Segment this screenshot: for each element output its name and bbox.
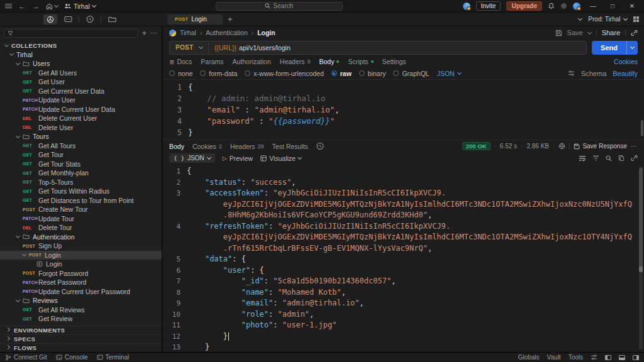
forward-button[interactable]: → [32, 3, 40, 10]
open-request-tab[interactable]: POST Login [167, 14, 223, 25]
response-tab-headers[interactable]: Headers29 [230, 143, 264, 150]
response-time[interactable]: 6.52 s [500, 143, 517, 150]
editor-scrollbar[interactable] [641, 120, 643, 136]
schema-button[interactable]: Schema [581, 70, 606, 77]
history-icon[interactable] [83, 14, 97, 25]
response-tab-cookies[interactable]: Cookies2 [192, 143, 222, 150]
tools-button[interactable]: Tools [569, 354, 583, 361]
tree-item[interactable]: GETGet Review [0, 314, 162, 324]
share-button[interactable]: Share [602, 29, 620, 36]
environment-quick-look-icon[interactable] [633, 16, 640, 23]
sidebar-section-specs[interactable]: SPECS [0, 334, 162, 343]
tree-item[interactable]: GETGet Tours Within Radius [0, 187, 162, 196]
tree-item[interactable]: Users [0, 59, 162, 69]
vault-button[interactable]: Vault [547, 354, 561, 361]
tree-item[interactable]: PATCHUpdate Tour [0, 214, 162, 224]
user-avatar[interactable] [573, 3, 580, 10]
copy-icon[interactable] [618, 155, 625, 162]
body-mode-x-www-form-urlencoded[interactable]: x-www-form-urlencoded [245, 70, 323, 77]
env-collapse-chevron-icon[interactable] [578, 16, 582, 21]
global-search[interactable]: Search [216, 2, 343, 11]
tree-item[interactable]: POSTLogin [0, 251, 162, 260]
request-tab-settings[interactable]: Settings [382, 58, 406, 65]
tree-item[interactable]: Authentication [0, 233, 162, 242]
filter-lines-icon[interactable] [592, 155, 599, 161]
globals-button[interactable]: Globals [518, 354, 540, 361]
tree-item[interactable]: GETGet Tour Stats [0, 160, 162, 169]
search-response-icon[interactable] [606, 155, 612, 162]
tree-item[interactable]: Tours [0, 132, 162, 141]
back-button[interactable]: ← [18, 3, 26, 10]
tree-item[interactable]: PATCHUpdate User [0, 96, 162, 105]
body-mode-none[interactable]: none [169, 70, 192, 77]
raw-language-selector[interactable]: JSON [437, 70, 461, 77]
terminal-button[interactable]: Terminal [97, 354, 130, 361]
response-tab-body[interactable]: Body [169, 143, 184, 150]
tree-item[interactable]: DELDelete Tour [0, 223, 162, 233]
add-collection-button[interactable]: + [142, 29, 147, 37]
collection-filter-input[interactable] [4, 29, 138, 38]
environment-selector[interactable]: Prod: Tirhal [588, 16, 626, 23]
tree-item[interactable]: POSTForgot Password [0, 269, 162, 278]
window-maximize-button[interactable]: □ [606, 3, 619, 9]
response-size[interactable]: 2.86 KB [526, 143, 549, 150]
tree-item[interactable]: GETGet Tour [0, 150, 162, 160]
home-button[interactable] [46, 3, 58, 9]
tree-item[interactable]: GETGet All Users [0, 69, 162, 78]
url-input[interactable]: {{URL}} api/v1/users/login [209, 44, 296, 52]
response-history-icon[interactable] [316, 143, 324, 150]
body-mode-raw[interactable]: raw [331, 70, 352, 77]
notifications-bell-icon[interactable] [548, 3, 555, 9]
settings-gear-icon[interactable] [560, 3, 567, 9]
tree-item[interactable]: GETGet Current User Data [0, 87, 162, 96]
preferences-sliders-icon[interactable] [591, 354, 597, 360]
body-mode-binary[interactable]: binary [359, 70, 386, 77]
body-mode-GraphQL[interactable]: GraphQL [393, 70, 429, 77]
folder-view-icon[interactable] [105, 14, 119, 25]
sidebar-section-flows[interactable]: FLOWS [0, 343, 162, 352]
response-format-selector[interactable]: { } JSON [169, 153, 215, 163]
window-minimize-button[interactable]: — [586, 3, 600, 9]
save-button[interactable]: Save [567, 29, 583, 36]
tree-item[interactable]: Tirhal [0, 50, 162, 60]
response-more-actions-button[interactable]: ⋯ [631, 143, 638, 150]
response-body-viewer[interactable]: 1{2 "status": "success",3 "accessToken":… [163, 164, 644, 352]
tree-item[interactable]: GETGet Monthly-plan [0, 168, 162, 178]
invite-button[interactable]: Invite [476, 1, 501, 11]
connect-git-button[interactable]: Connect Git [5, 354, 47, 361]
toggle-right-panel-icon[interactable] [633, 355, 639, 360]
tree-item[interactable]: DELDelete User [0, 123, 162, 133]
environments-icon[interactable] [61, 14, 75, 25]
network-globe-icon[interactable] [558, 143, 565, 150]
tree-item[interactable]: GETGet All Tours [0, 141, 162, 151]
status-badge[interactable]: 200 OK [462, 142, 491, 150]
tree-item[interactable]: GETGet User [0, 77, 162, 87]
window-close-button[interactable]: ✕ [625, 3, 639, 9]
save-response-button[interactable]: Save Response [574, 143, 627, 150]
tree-item[interactable]: PATCHUpdate Current User Password [0, 287, 162, 297]
save-dropdown-chevron-icon[interactable] [587, 30, 592, 34]
request-tab-authorization[interactable]: Authorization [233, 58, 271, 65]
app-menu-button[interactable] [5, 4, 12, 8]
tree-item[interactable]: GETGet Distances to Tour from Point [0, 196, 162, 206]
send-button[interactable]: Send [592, 41, 638, 55]
link-icon[interactable] [631, 155, 638, 162]
response-scrollbar-thumb[interactable] [639, 168, 643, 268]
wrap-text-icon[interactable] [579, 155, 586, 162]
copy-link-icon[interactable] [631, 30, 638, 36]
request-tab-body[interactable]: Body [319, 58, 340, 65]
toggle-bottom-panel-icon[interactable] [619, 355, 625, 360]
tree-item[interactable]: PATCHUpdate Current User Data [0, 105, 162, 114]
breadcrumb-folder[interactable]: Authentication [206, 29, 248, 36]
request-tab-docs[interactable]: ≣Docs [169, 58, 192, 65]
collections-icon[interactable] [43, 14, 57, 25]
tree-item[interactable]: DELDelete Current User [0, 114, 162, 123]
send-options-chevron[interactable] [626, 41, 638, 55]
console-button[interactable]: Console [56, 354, 88, 361]
visualize-button[interactable]: Visualize [260, 155, 301, 162]
tree-item[interactable]: PATCHReset Password [0, 278, 162, 287]
saved-example-item[interactable]: Login [0, 260, 162, 269]
sidebar-section-environments[interactable]: ENVIRONMENTS [0, 326, 162, 334]
breadcrumb-collection[interactable]: Tirhal [180, 29, 196, 36]
tree-item[interactable]: Reviews [0, 296, 162, 305]
